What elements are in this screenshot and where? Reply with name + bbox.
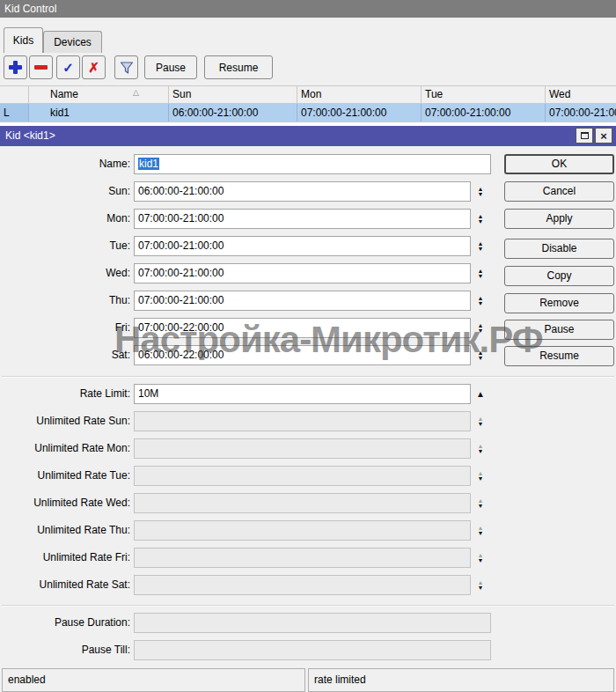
sat-input[interactable]: 06:00:00-22:00:00 xyxy=(134,345,471,365)
table-header: Name Sun Mon Tue Wed xyxy=(0,85,616,104)
spinner-down-icon: ▼ xyxy=(478,558,484,563)
tab-devices[interactable]: Devices xyxy=(43,31,102,53)
wed-spinner[interactable]: ▲▼ xyxy=(473,263,488,283)
disable-entry-button[interactable]: Disable xyxy=(504,239,614,259)
unlimited-mon-input[interactable] xyxy=(134,438,471,459)
unlimited-sat-spinner[interactable]: ▲▼ xyxy=(473,575,488,595)
unlimited-wed-input[interactable] xyxy=(134,493,471,513)
wed-label: Wed: xyxy=(0,263,130,283)
selected-text: kid1 xyxy=(138,158,159,170)
mon-input[interactable]: 07:00:00-21:00:00 xyxy=(134,209,471,229)
table-row[interactable]: L kid1 06:00:00-21:00:00 07:00:00-21:00:… xyxy=(0,104,616,122)
dialog-title: Kid <kid1> xyxy=(5,129,55,142)
dialog-titlebar: Kid <kid1> xyxy=(0,126,616,146)
spinner-down-icon: ▼ xyxy=(478,247,484,252)
apply-button[interactable]: Apply xyxy=(504,209,614,229)
tue-label: Tue: xyxy=(0,236,130,256)
pause-duration-input[interactable] xyxy=(134,613,491,633)
header-name[interactable]: Name xyxy=(29,86,169,103)
spinner-down-icon: ▼ xyxy=(478,356,484,361)
sat-label: Sat: xyxy=(0,345,130,365)
header-mon[interactable]: Mon xyxy=(297,86,422,103)
sort-ascending-icon: △ xyxy=(133,88,139,97)
unlimited-tue-label: Unlimited Rate Tue: xyxy=(0,466,130,486)
remove-entry-button[interactable]: Remove xyxy=(504,293,614,313)
wed-input[interactable]: 07:00:00-21:00:00 xyxy=(134,263,471,283)
copy-button[interactable]: Copy xyxy=(504,266,614,286)
unlimited-sat-input[interactable] xyxy=(134,575,471,595)
form-row-pause-till: Pause Till: xyxy=(0,640,616,660)
unlimited-mon-label: Unlimited Rate Mon: xyxy=(0,438,130,459)
unlimited-fri-input[interactable] xyxy=(134,548,471,568)
sun-label: Sun: xyxy=(0,181,130,202)
pause-till-input[interactable] xyxy=(134,640,491,660)
sun-spinner[interactable]: ▲▼ xyxy=(473,181,488,202)
unlimited-wed-spinner[interactable]: ▲▼ xyxy=(473,493,488,513)
form-row-unlimited-wed: Unlimited Rate Wed: ▲▼ xyxy=(0,493,616,513)
up-arrow-icon: ▲ xyxy=(476,390,485,399)
header-tue[interactable]: Tue xyxy=(422,86,546,103)
thu-spinner[interactable]: ▲▼ xyxy=(473,291,488,311)
form-row-unlimited-sun: Unlimited Rate Sun: ▲▼ xyxy=(0,411,616,431)
thu-input[interactable]: 07:00:00-21:00:00 xyxy=(134,291,471,311)
form-row-unlimited-sat: Unlimited Rate Sat: ▲▼ xyxy=(0,575,616,595)
unlimited-tue-input[interactable] xyxy=(134,466,471,486)
status-enabled: enabled xyxy=(2,668,305,692)
spinner-down-icon: ▼ xyxy=(478,422,484,427)
row-mon: 07:00:00-21:00:00 xyxy=(297,104,422,121)
tue-spinner[interactable]: ▲▼ xyxy=(473,236,488,256)
plus-icon xyxy=(9,61,22,74)
spinner-down-icon: ▼ xyxy=(478,449,484,454)
kid-control-window: Kid Control Kids Devices ✓ ✗ Pause Resum… xyxy=(0,0,616,692)
form-row-rate-limit: Rate Limit: 10M ▲ xyxy=(0,384,616,404)
minus-icon xyxy=(34,65,48,70)
maximize-icon xyxy=(581,132,589,139)
sat-spinner[interactable]: ▲▼ xyxy=(473,345,488,365)
fri-spinner[interactable]: ▲▼ xyxy=(473,318,488,338)
form-row-unlimited-mon: Unlimited Rate Mon: ▲▼ xyxy=(0,438,616,459)
unlimited-sun-input[interactable] xyxy=(134,411,471,431)
unlimited-thu-input[interactable] xyxy=(134,520,471,541)
unlimited-tue-spinner[interactable]: ▲▼ xyxy=(473,466,488,486)
enable-button[interactable]: ✓ xyxy=(56,55,80,79)
rate-limit-input[interactable]: 10M xyxy=(134,384,471,404)
name-input[interactable]: kid1 xyxy=(134,154,491,174)
add-button[interactable] xyxy=(4,55,27,79)
fri-input[interactable]: 07:00:00-22:00:00 xyxy=(134,318,471,338)
remove-button[interactable] xyxy=(29,55,53,79)
unlimited-mon-spinner[interactable]: ▲▼ xyxy=(473,438,488,459)
rate-limit-expand[interactable]: ▲ xyxy=(473,384,488,404)
spinner-down-icon: ▼ xyxy=(478,301,484,306)
pause-till-label: Pause Till: xyxy=(0,640,130,660)
toolbar-resume-button[interactable]: Resume xyxy=(204,55,273,79)
check-icon: ✓ xyxy=(62,60,74,76)
resume-button[interactable]: Resume xyxy=(504,346,614,366)
tab-kids[interactable]: Kids xyxy=(4,27,43,53)
cancel-button[interactable]: Cancel xyxy=(504,181,614,202)
filter-button[interactable] xyxy=(114,55,138,79)
spinner-down-icon: ▼ xyxy=(478,531,484,536)
window-titlebar: Kid Control xyxy=(0,0,616,18)
unlimited-fri-spinner[interactable]: ▲▼ xyxy=(473,548,488,568)
unlimited-thu-label: Unlimited Rate Thu: xyxy=(0,520,130,541)
header-wed[interactable]: Wed xyxy=(546,86,616,103)
form-row-pause-duration: Pause Duration: xyxy=(0,613,616,633)
pause-duration-label: Pause Duration: xyxy=(0,613,130,633)
header-flag[interactable] xyxy=(0,86,29,103)
unlimited-sun-spinner[interactable]: ▲▼ xyxy=(473,411,488,431)
toolbar-pause-button[interactable]: Pause xyxy=(144,55,197,79)
pause-button[interactable]: Pause xyxy=(504,320,614,340)
separator xyxy=(2,605,614,607)
maximize-button[interactable] xyxy=(576,128,593,144)
close-icon: × xyxy=(600,129,607,143)
header-sun[interactable]: Sun xyxy=(169,86,297,103)
ok-button[interactable]: OK xyxy=(504,154,614,174)
unlimited-thu-spinner[interactable]: ▲▼ xyxy=(473,520,488,541)
unlimited-fri-label: Unlimited Rate Fri: xyxy=(0,548,130,568)
close-button[interactable]: × xyxy=(595,128,612,144)
spinner-down-icon: ▼ xyxy=(478,328,484,334)
mon-spinner[interactable]: ▲▼ xyxy=(473,209,488,229)
sun-input[interactable]: 06:00:00-21:00:00 xyxy=(134,181,471,202)
tue-input[interactable]: 07:00:00-21:00:00 xyxy=(134,236,471,256)
disable-button[interactable]: ✗ xyxy=(82,55,106,79)
